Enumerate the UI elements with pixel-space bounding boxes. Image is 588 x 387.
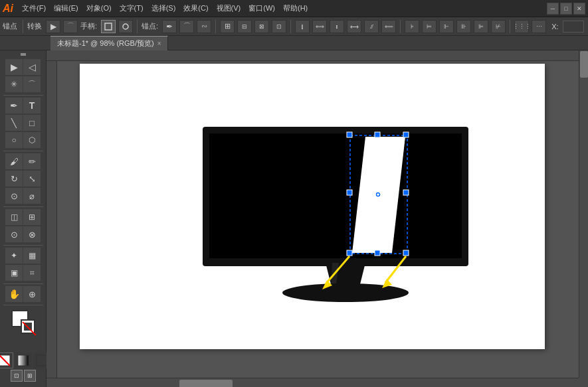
svg-rect-7: [209, 133, 462, 258]
pen-type-tools: ✒ T: [5, 98, 41, 114]
ruler-left: [47, 50, 57, 378]
monitor-illustration: [199, 123, 492, 309]
rotate-tool-btn[interactable]: ↻: [5, 171, 23, 187]
line-tool-btn[interactable]: ╲: [5, 115, 23, 131]
handle-label: 手柄:: [80, 21, 97, 31]
extra-tool-1[interactable]: ⋮⋮⋮: [514, 20, 529, 33]
type-tool-btn[interactable]: T: [23, 98, 41, 114]
normal-screen-btn[interactable]: ⊡: [11, 370, 23, 382]
scale-tool-btn[interactable]: ⤡: [23, 171, 41, 187]
menu-view[interactable]: 视图(V): [213, 2, 245, 15]
tool-sep-5: [3, 283, 43, 284]
artboard-btn[interactable]: ▣: [5, 265, 23, 281]
handle-btn-1[interactable]: [101, 20, 116, 33]
x-input[interactable]: [563, 21, 584, 33]
pencil-tool-btn[interactable]: ✏: [23, 153, 41, 169]
align-btn-3[interactable]: ⊠: [254, 20, 269, 33]
select-tools: ▶ ◁: [5, 59, 41, 75]
align-horiz-1[interactable]: ⊧: [405, 20, 419, 33]
anchor-pen-1[interactable]: ✒: [162, 20, 177, 33]
ruler-top: [47, 50, 579, 61]
h-scrollbar-thumb[interactable]: [179, 380, 233, 387]
tab-title: 未标题-1* @ 98% (RGB/预览): [57, 39, 154, 48]
anchor-pen-3[interactable]: ∾: [197, 20, 211, 33]
warp-tool-btn[interactable]: ⊙: [5, 188, 23, 204]
svg-rect-11: [403, 132, 409, 137]
distrib-btn-2[interactable]: ⟺: [312, 20, 327, 33]
tool-sep-4: [3, 245, 43, 246]
document-tab[interactable]: 未标题-1* @ 98% (RGB/预览) ×: [50, 36, 168, 50]
slice-btn[interactable]: ⌗: [23, 265, 41, 281]
artboard: [80, 64, 545, 349]
align-btn-1[interactable]: ⊞: [220, 20, 235, 33]
menu-text[interactable]: 文字(T): [116, 2, 147, 15]
toolbar: 锚点 转换 ▶ ⌒ 手柄: 锚点: ✒ ⌒ ∾ ⊞ ⊟ ⊠ ⊡ ⫿ ⟺ ⫾ ⟷ …: [0, 17, 588, 36]
menu-object[interactable]: 对象(O): [83, 2, 115, 15]
maximize-button[interactable]: □: [560, 3, 572, 15]
symbol-btn[interactable]: ✦: [5, 248, 23, 264]
v-scrollbar[interactable]: [579, 50, 588, 378]
close-button[interactable]: ✕: [573, 3, 585, 15]
fullscreen-btn[interactable]: ⊞: [24, 370, 36, 382]
window-controls: ─ □ ✕: [547, 3, 585, 15]
x-label: X:: [551, 23, 558, 31]
handle-btn-2[interactable]: [118, 20, 133, 33]
ellipse-tool-btn[interactable]: ○: [5, 132, 23, 148]
align-horiz-2[interactable]: ⊨: [422, 20, 437, 33]
svg-rect-12: [347, 250, 352, 256]
free-transform-btn[interactable]: ⌀: [23, 188, 41, 204]
tab-close-icon[interactable]: ×: [157, 40, 161, 47]
color-mode-btn[interactable]: [0, 352, 13, 368]
mesh-tool-btn[interactable]: ⊞: [23, 209, 41, 225]
align-vert-1[interactable]: ⊪: [456, 20, 471, 33]
lasso-btn[interactable]: ⌒: [23, 76, 41, 92]
scrollbar-corner: [579, 378, 588, 387]
minimize-button[interactable]: ─: [547, 3, 559, 15]
blend-tool-btn[interactable]: ⊗: [23, 226, 41, 242]
canvas-area[interactable]: [47, 50, 588, 387]
magic-wand-btn[interactable]: ✳: [5, 76, 23, 92]
align-horiz-3[interactable]: ⊩: [439, 20, 454, 33]
direct-select-tool-btn[interactable]: ◁: [23, 59, 41, 75]
distrib-btn-5[interactable]: ⫽: [364, 20, 379, 33]
align-btn-2[interactable]: ⊟: [237, 20, 252, 33]
zoom-tool-btn[interactable]: ⊕: [23, 286, 41, 302]
distrib-btn-6[interactable]: ⟸: [381, 20, 396, 33]
warp-tools: ⊙ ⌀: [5, 188, 41, 204]
distrib-btn-3[interactable]: ⫾: [330, 20, 344, 33]
svg-rect-0: [105, 23, 112, 30]
svg-rect-14: [347, 190, 352, 195]
menu-window[interactable]: 窗口(W): [245, 2, 278, 15]
anchor-pen-2[interactable]: ⌒: [179, 20, 194, 33]
align-vert-3[interactable]: ⊬: [491, 20, 506, 33]
menu-help[interactable]: 帮助(H): [280, 2, 311, 15]
toolbar-sep-5: [400, 20, 401, 33]
svg-rect-17: [375, 250, 380, 256]
menu-edit[interactable]: 编辑(E): [50, 2, 82, 15]
stroke-swatch[interactable]: [21, 319, 35, 334]
pen-tool-btn[interactable]: ✒: [5, 98, 23, 114]
brush-tool-btn[interactable]: 🖌: [5, 153, 23, 169]
distrib-btn-1[interactable]: ⫿: [295, 20, 310, 33]
menu-effect[interactable]: 效果(C): [180, 2, 211, 15]
extra-tool-2[interactable]: ⋯: [532, 20, 546, 33]
gradient-tool-btn[interactable]: ◫: [5, 209, 23, 225]
menu-select[interactable]: 选择(S): [148, 2, 179, 15]
gradient-mode-btn[interactable]: [15, 352, 32, 368]
select-tool-btn[interactable]: ▶: [5, 59, 23, 75]
align-vert-2[interactable]: ⊫: [474, 20, 488, 33]
toolbar-select-arrow[interactable]: ▶: [46, 20, 60, 33]
align-btn-4[interactable]: ⊡: [272, 20, 286, 33]
rect-tool-btn[interactable]: □: [23, 115, 41, 131]
extra-shape-btn[interactable]: ⬡: [23, 132, 41, 148]
v-scrollbar-thumb[interactable]: [580, 51, 588, 78]
hand-tool-btn[interactable]: ✋: [5, 286, 23, 302]
h-scrollbar[interactable]: [47, 378, 579, 387]
eyedropper-btn[interactable]: ⊙: [5, 226, 23, 242]
distrib-btn-4[interactable]: ⟷: [347, 20, 361, 33]
brush-tools: 🖌 ✏: [5, 153, 41, 169]
menu-file[interactable]: 文件(F): [19, 2, 49, 15]
graph-btn[interactable]: ▦: [23, 248, 41, 264]
toolbar-sep-3: [215, 20, 216, 33]
toolbar-smooth-anchor[interactable]: ⌒: [63, 20, 78, 33]
